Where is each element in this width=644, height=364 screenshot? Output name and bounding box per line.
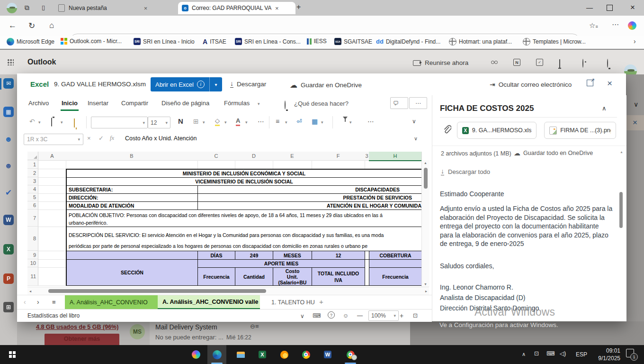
cell-poblacion-objetivo[interactable]: POBLACIÓN OBJETIVO: Personas con discapa… — [66, 209, 422, 227]
keyboard-icon[interactable]: ⌨ — [313, 312, 321, 319]
bookmark-sri-inicio[interactable]: SRISRI en Línea - Inicio — [134, 38, 195, 45]
favorites-list-icon[interactable]: ☆≡ — [589, 21, 598, 30]
close-tab-icon[interactable]: × — [144, 5, 148, 12]
browser-profile-avatar[interactable] — [7, 3, 17, 13]
row-header-2[interactable]: 2 — [27, 169, 38, 177]
bookmark-itsae[interactable]: AITSAE — [203, 38, 226, 46]
merge-cells-icon[interactable]: ▦ — [312, 118, 318, 125]
vertical-tabs-icon[interactable]: ▯ — [42, 4, 45, 11]
rail-word-icon[interactable]: W — [3, 215, 14, 225]
cell-title-viceministerio[interactable]: VICEMINISTERIO DE INCLUSIÓN SOCIAL — [66, 177, 422, 186]
scroll-right-icon[interactable]: ▸ — [425, 289, 427, 293]
cell-meses[interactable]: MESES — [273, 251, 312, 260]
outlook-logo[interactable]: Outlook — [27, 58, 56, 66]
align-dropdown-icon[interactable]: ▾ — [285, 120, 287, 125]
scroll-up-icon[interactable]: ▲ — [424, 161, 427, 164]
ribbon-tab-compartir[interactable]: Compartir — [120, 100, 149, 107]
taskbar-chrome[interactable] — [296, 345, 315, 364]
column-header-e[interactable]: E — [273, 152, 312, 161]
row-header-10[interactable]: 10 — [27, 259, 38, 267]
rail-calendar-icon[interactable]: ▦ — [3, 107, 14, 117]
row-header-9[interactable]: 9 — [27, 251, 38, 259]
settings-ellipsis-icon[interactable]: ⋯ — [612, 20, 619, 29]
minimize-button[interactable]: — — [581, 2, 598, 13]
cell-aporte-mies[interactable]: APORTE MIES — [197, 259, 365, 268]
zoom-in-icon[interactable]: + — [400, 312, 403, 319]
column-header-f[interactable]: F — [312, 152, 365, 161]
sheet-list-icon[interactable]: ≡ — [52, 299, 56, 306]
settings-gear-icon[interactable] — [582, 59, 583, 68]
cell-frecuencia-2[interactable]: Frecuencia — [369, 267, 422, 286]
tell-me-box[interactable]: ¿Qué desea hacer? — [294, 100, 349, 107]
bookmark-outlook[interactable]: Outlook.com - Micr... — [61, 38, 122, 45]
collapse-ribbon-icon[interactable]: ∨ — [412, 118, 416, 125]
add-sheet-button[interactable]: + — [319, 298, 323, 306]
tray-network-icon[interactable]: ⌨ — [546, 350, 555, 357]
zoom-level-select[interactable]: 100%▾ — [368, 310, 399, 321]
paste-dropdown-icon[interactable]: ▾ — [61, 120, 63, 125]
save-onedrive-button[interactable]: ☁Guardar en OneDrive — [290, 81, 362, 90]
rail-more-apps-icon[interactable]: ⊞ — [3, 302, 14, 312]
align-icon[interactable]: ≡ — [276, 118, 279, 125]
notifications-bell-icon[interactable] — [559, 59, 560, 68]
name-box[interactable]: 1R x 3C▾ — [24, 134, 83, 145]
cell-total-incluido-iva[interactable]: TOTAL INCLUIDO IVA — [312, 267, 365, 286]
sort-filter-dropdown-icon[interactable]: ▾ — [349, 120, 352, 125]
sheet-tab-1[interactable]: A. Análisis_AHC_CONVENIO — [65, 295, 161, 309]
cell-cantidad[interactable]: Cantidad — [235, 267, 273, 286]
browser-tab-outlook[interactable]: o Correo: GAD PARROQUIAL VALLE × — [178, 2, 295, 14]
sheet-tab-2-active[interactable]: A. Análisis_AHC_CONVENIO valle — [158, 295, 260, 309]
rail-excel-icon[interactable]: X — [3, 244, 14, 255]
snooze-clock-icon[interactable]: ⊖≡ — [250, 323, 259, 330]
zoom-out-icon[interactable]: — — [357, 312, 363, 319]
popout-icon[interactable]: ↗ — [587, 80, 593, 86]
vertical-scrollbar[interactable]: ▲ ▼ — [421, 160, 429, 287]
cell-seccion[interactable]: SECCIÓN — [66, 259, 198, 286]
app-launcher-icon[interactable] — [7, 59, 14, 65]
column-header-d[interactable]: D — [235, 152, 273, 161]
ribbon-more-button[interactable]: ⋯ — [409, 97, 427, 109]
back-icon[interactable]: ← — [9, 21, 17, 30]
cell-frecuencia[interactable]: Frecuencia — [197, 267, 235, 286]
email-scroll-thumb[interactable] — [619, 192, 623, 228]
cell-modalidad-value[interactable]: ATENCIÓN EN EL HOGAR Y COMUNIDA — [197, 201, 422, 210]
fill-dropdown-icon[interactable]: ▾ — [224, 120, 227, 125]
scroll-left-icon[interactable]: ◂ — [29, 289, 31, 293]
cell-subsecretaria-value[interactable]: DISCAPACIDADES — [197, 185, 422, 194]
ribbon-tab-inicio[interactable]: Inicio — [61, 100, 79, 111]
bookmark-templates[interactable]: Templates | Microw... — [523, 38, 586, 46]
sheet-prev-icon[interactable]: ‹ — [24, 298, 26, 306]
taskbar-firefox[interactable] — [275, 345, 294, 364]
bookmark-digitaldefynd[interactable]: ddDigitalDefynd - Find... — [376, 38, 440, 45]
bookmark-iess[interactable]: IESS — [307, 38, 327, 45]
tray-volume-icon[interactable]: ◁) — [560, 350, 566, 357]
browser-tab-new[interactable]: Nueva pestaña × — [54, 2, 178, 14]
column-header-h[interactable]: H — [369, 152, 422, 161]
tips-lightbulb-icon[interactable] — [607, 59, 608, 68]
close-tab-icon[interactable]: × — [275, 5, 279, 12]
help-icon[interactable]: ? — [328, 311, 335, 318]
font-size-select[interactable]: 12▾ — [148, 117, 170, 128]
cancel-entry-icon[interactable]: × — [87, 135, 91, 142]
sheet-next-icon[interactable]: › — [37, 298, 39, 306]
cell-cobertura[interactable]: COBERTURA — [369, 251, 422, 260]
onenote-icon[interactable]: N — [513, 59, 520, 66]
borders-icon[interactable]: ⊞ — [193, 118, 199, 125]
horizontal-scrollbar[interactable]: ◂ ▸ — [27, 287, 429, 295]
undo-icon[interactable]: ↶ — [29, 118, 35, 125]
taskbar-explorer[interactable] — [231, 345, 250, 364]
download-all-button[interactable]: ↓Descargar todo — [441, 168, 490, 175]
accessibility-icon[interactable]: ☺ — [343, 312, 349, 319]
row-header-1[interactable]: 1 — [27, 160, 38, 169]
column-header-c[interactable]: C — [197, 152, 235, 161]
bookmark-edge[interactable]: Microsoft Edge — [7, 38, 54, 46]
confirm-entry-icon[interactable]: ✓ — [98, 135, 104, 142]
formula-value[interactable]: Costo Año x Unid. Atención — [125, 135, 197, 142]
taskbar-copilot[interactable] — [187, 345, 206, 364]
save-all-onedrive-button[interactable]: ☁Guardar todo en OneDrive — [514, 149, 593, 157]
rail-people-icon[interactable]: ☻ — [3, 134, 14, 145]
hide-email-button[interactable]: ⇥Ocultar correo electrónico — [490, 81, 572, 88]
ribbon-tab-formulas[interactable]: Fórmulas — [223, 100, 250, 107]
rail-todo-icon[interactable]: ✔ — [3, 187, 14, 198]
taskbar-edge-active[interactable] — [207, 345, 226, 364]
